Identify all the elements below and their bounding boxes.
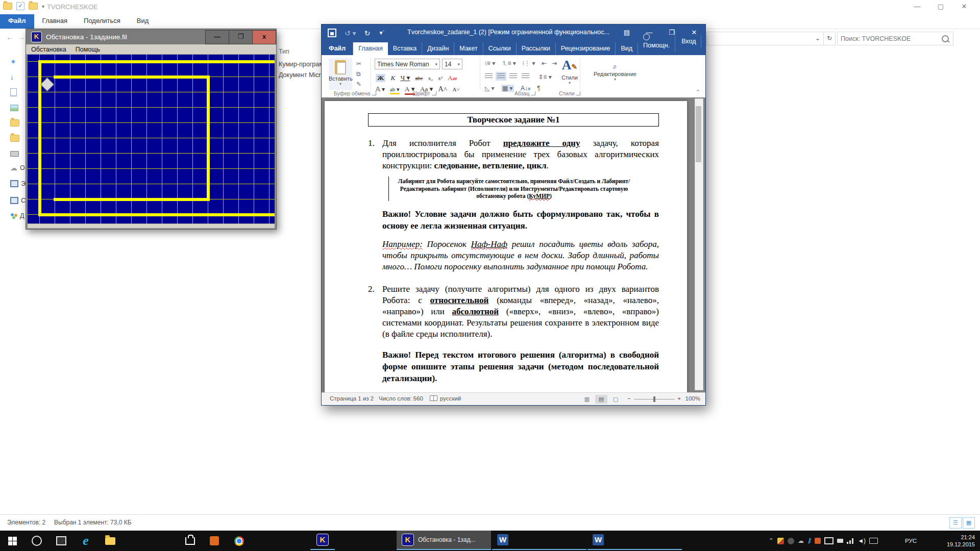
address-dropdown-icon[interactable]: ⌄ [812,32,824,45]
explorer-search-box[interactable] [837,32,953,45]
scrollbar-thumb[interactable] [696,106,701,162]
align-justify-icon[interactable] [522,73,529,79]
zoom-slider-thumb[interactable] [653,396,655,402]
forward-icon[interactable]: → [17,33,25,41]
underline-icon[interactable]: Ч ▾ [400,73,410,82]
refresh-icon[interactable]: ↻ [824,32,836,45]
copy-icon[interactable]: ⧉ [356,70,361,78]
cut-icon[interactable]: ✂ [356,60,361,67]
store-button[interactable] [178,531,202,551]
explorer-tab-file[interactable]: Файл [0,14,34,29]
bluetooth-icon[interactable]: ᛒ [807,538,811,544]
align-left-icon[interactable] [485,73,493,79]
zoom-level[interactable]: 100% [685,395,700,402]
word-tab-layout[interactable]: Макет [454,42,483,55]
file-row-type[interactable]: Документ Micr [279,70,322,80]
explorer-address-bar[interactable] [706,32,813,45]
zoom-out-icon[interactable]: − [627,395,631,402]
word-tab-insert[interactable]: Вставка [388,42,422,55]
sidebar-item-folder[interactable] [10,117,26,129]
dialog-launcher-icon[interactable] [372,91,376,95]
thumbnail-view-icon[interactable]: ▦ [963,517,975,529]
task-view-button[interactable] [49,531,74,551]
kumir-minimize-button[interactable]: — [205,30,229,44]
explorer-tab-view[interactable]: Вид [129,14,157,29]
taskbar-kumir-window-button[interactable]: K Обстановка - 1зад... [397,531,491,550]
multilevel-list-icon[interactable]: ⁝⋮ ▾ [522,60,535,67]
file-row-type[interactable]: Кумир-програм [279,59,322,69]
word-tab-view[interactable]: Вид [616,42,638,55]
sidebar-item-pictures[interactable] [10,102,26,113]
numbering-icon[interactable]: ⒈≡ ▾ [502,60,516,67]
paste-button[interactable]: Вставить ▾ [329,58,352,90]
word-signin-button[interactable]: Вход [676,35,701,48]
word-tab-file[interactable]: Файл [322,42,353,55]
search-input[interactable] [838,35,942,42]
redo-icon[interactable]: ↻ [364,29,371,37]
clock[interactable]: 21:24 19.12.2015 [947,531,975,551]
word-share-button[interactable]: Общий доступ [702,28,706,55]
app-tray-icon[interactable] [815,538,821,544]
explorer-tab-share[interactable]: Поделиться [76,14,129,29]
start-button[interactable] [0,531,24,551]
italic-icon[interactable]: К [390,74,395,82]
network-signal-icon[interactable] [847,538,854,544]
line-spacing-icon[interactable]: ⇕≡ ▾ [538,73,551,81]
text-effects-icon[interactable]: 𝔸 ▾ [376,86,385,93]
styles-button[interactable]: А✎ Стили ▾ [554,58,585,90]
font-name-combo[interactable]: Times New Roman▾ [375,59,440,69]
dialog-launcher-icon[interactable] [432,91,436,95]
power-tray-icon[interactable] [837,539,843,543]
folder-icon[interactable] [3,3,12,10]
kumir-menu-help[interactable]: Помощь [76,46,100,53]
file-explorer-button[interactable] [98,531,122,551]
explorer-close-button[interactable]: ✕ [952,0,976,14]
security-tray-icon[interactable] [777,538,784,544]
new-folder-icon[interactable] [29,3,38,10]
kumir-menu-environment[interactable]: Обстановка [31,46,66,53]
dialog-launcher-icon[interactable] [531,91,535,95]
details-view-icon[interactable]: ☰ [949,517,962,529]
clear-format-icon[interactable]: А [448,74,457,82]
sidebar-item-homegroup[interactable]: Д [10,210,26,221]
status-language[interactable]: русский [430,395,461,402]
highlight-color-icon[interactable]: ab ▾ [390,86,400,94]
word-tab-review[interactable]: Рецензирование [556,42,616,55]
sidebar-item-network[interactable]: С [10,195,26,206]
shrink-font-icon[interactable]: А˅ [453,86,460,92]
save-icon[interactable] [328,29,336,37]
print-layout-icon[interactable]: ▤ [595,395,607,404]
qat-customize-icon[interactable]: ▼̄ [378,30,383,36]
onedrive-cloud-icon[interactable]: ☁ [798,538,804,544]
word-tab-references[interactable]: Ссылки [483,42,517,55]
align-right-icon[interactable] [509,73,517,79]
format-painter-icon[interactable]: ✎ [356,81,361,88]
document-page[interactable]: Творческое задание №1 1. Для исполнителя… [325,101,687,392]
grow-font-icon[interactable]: А˄ [438,85,447,93]
kumir-horizontal-scrollbar[interactable] [28,223,275,228]
cortana-search-button[interactable] [24,531,49,551]
defender-tray-icon[interactable] [788,538,794,544]
subscript-icon[interactable]: x₂ [428,75,433,81]
explorer-tab-home[interactable]: Главная [34,14,76,29]
bullets-icon[interactable]: ⁝≡ ▾ [485,60,495,67]
word-vertical-scrollbar[interactable] [695,98,703,390]
font-size-combo[interactable]: 14▾ [442,59,462,69]
qat-customize-icon[interactable]: ▾ [42,4,44,9]
edge-button[interactable]: e [74,531,98,551]
bold-icon[interactable]: Ж [376,74,385,82]
word-tab-home[interactable]: Главная [353,42,388,55]
robot-field[interactable] [28,55,275,223]
taskbar-kumir-pinned[interactable]: K [310,531,335,550]
read-mode-icon[interactable]: ▥ [581,395,593,404]
web-layout-icon[interactable]: ▢ [609,395,622,404]
strikethrough-icon[interactable]: abc [415,75,423,81]
touch-keyboard-icon[interactable] [869,538,878,544]
ribbon-display-options-icon[interactable]: ▤ [616,24,638,41]
sidebar-item-quick-access[interactable]: ✶ [10,56,26,67]
borders-icon[interactable]: ▦ ▾ [501,85,514,92]
word-tab-help[interactable]: Помощн. [638,31,675,52]
kumir-maximize-button[interactable]: ❐ [229,30,253,44]
superscript-icon[interactable]: x² [438,75,443,81]
taskbar-word-window-button-2[interactable]: W [587,531,682,550]
